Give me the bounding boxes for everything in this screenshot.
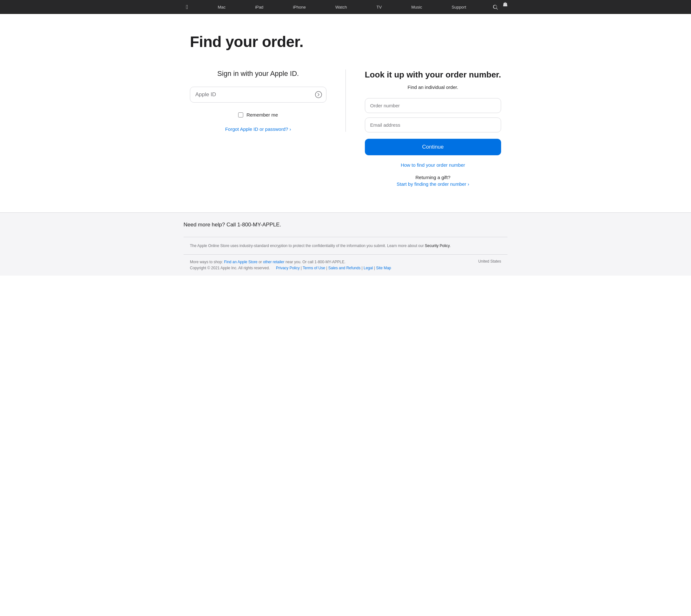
footer-links-inline: Privacy Policy | Terms of Use | Sales an…: [276, 266, 391, 270]
legal-link[interactable]: Legal: [364, 266, 373, 270]
footer-security-section: The Apple Online Store uses industry-sta…: [183, 237, 508, 254]
security-policy-link[interactable]: Security Policy: [425, 244, 450, 248]
sales-refunds-link[interactable]: Sales and Refunds: [328, 266, 361, 270]
main-nav:  Mac iPad iPhone Watch TV Music Support: [0, 0, 691, 14]
search-icon: [493, 0, 498, 14]
forgot-apple-id-link[interactable]: Forgot Apple ID or password? ›: [190, 126, 326, 132]
remember-me-checkbox[interactable]: [238, 112, 243, 117]
panels-container: Sign in with your Apple ID. Remember me …: [190, 69, 501, 187]
remember-me-label: Remember me: [246, 112, 278, 117]
remember-me-row: Remember me: [190, 112, 326, 117]
footer: The Apple Online Store uses industry-sta…: [0, 237, 691, 276]
help-text: Need more help? Call 1-800-MY-APPLE.: [183, 222, 508, 228]
privacy-policy-link[interactable]: Privacy Policy: [276, 266, 300, 270]
order-number-input[interactable]: [365, 98, 501, 113]
bag-icon: [503, 0, 508, 14]
apple-logo-icon: : [186, 4, 188, 10]
apple-id-input-wrapper: [190, 87, 326, 103]
footer-country-section: United States: [478, 259, 501, 264]
bag-button[interactable]: [503, 0, 508, 14]
footer-more-ways: More ways to shop: Find an Apple Store o…: [190, 259, 391, 271]
apple-id-input[interactable]: [190, 87, 326, 103]
order-lookup-title: Look it up with your order number.: [365, 69, 501, 80]
arrow-right-icon: [315, 91, 322, 98]
order-lookup-panel: Look it up with your order number. Find …: [346, 69, 501, 187]
find-apple-store-link[interactable]: Find an Apple Store: [224, 260, 257, 264]
search-button[interactable]: [493, 0, 498, 14]
help-section: Need more help? Call 1-800-MY-APPLE.: [0, 213, 691, 237]
nav-apple-logo[interactable]: : [183, 4, 191, 10]
footer-or-text: or: [258, 260, 263, 264]
footer-bottom: More ways to shop: Find an Apple Store o…: [183, 254, 508, 276]
main-content: Find your order. Sign in with your Apple…: [183, 14, 508, 213]
svg-point-0: [315, 91, 322, 98]
apple-id-submit-button[interactable]: [315, 91, 322, 98]
other-retailer-link[interactable]: other retailer: [263, 260, 284, 264]
security-text: The Apple Online Store uses industry-sta…: [190, 244, 424, 248]
nav-item-tv[interactable]: TV: [374, 5, 384, 9]
footer-copyright: Copyright © 2021 Apple Inc. All rights r…: [190, 266, 270, 270]
nav-item-mac[interactable]: Mac: [215, 5, 228, 9]
apple-id-panel-title: Sign in with your Apple ID.: [190, 69, 326, 78]
returning-gift-label: Returning a gift?: [365, 175, 501, 180]
nav-item-watch[interactable]: Watch: [333, 5, 349, 9]
page-title: Find your order.: [190, 33, 501, 50]
how-to-find-link[interactable]: How to find your order number: [365, 162, 501, 168]
continue-button[interactable]: Continue: [365, 139, 501, 155]
apple-id-panel: Sign in with your Apple ID. Remember me …: [190, 69, 346, 132]
returning-gift-section: Returning a gift? Start by finding the o…: [365, 175, 501, 187]
terms-of-use-link[interactable]: Terms of Use: [303, 266, 325, 270]
footer-country-label: United States: [478, 259, 501, 264]
email-address-input[interactable]: [365, 117, 501, 132]
start-finding-link[interactable]: Start by finding the order number ›: [397, 181, 469, 187]
more-ways-text: More ways to shop:: [190, 260, 223, 264]
order-lookup-subtitle: Find an individual order.: [365, 85, 501, 90]
nav-item-music[interactable]: Music: [409, 5, 425, 9]
footer-near-text: near you. Or call 1-800-MY-APPLE.: [285, 260, 345, 264]
nav-item-iphone[interactable]: iPhone: [290, 5, 308, 9]
nav-item-support[interactable]: Support: [449, 5, 469, 9]
site-map-link[interactable]: Site Map: [376, 266, 391, 270]
nav-item-ipad[interactable]: iPad: [253, 5, 266, 9]
